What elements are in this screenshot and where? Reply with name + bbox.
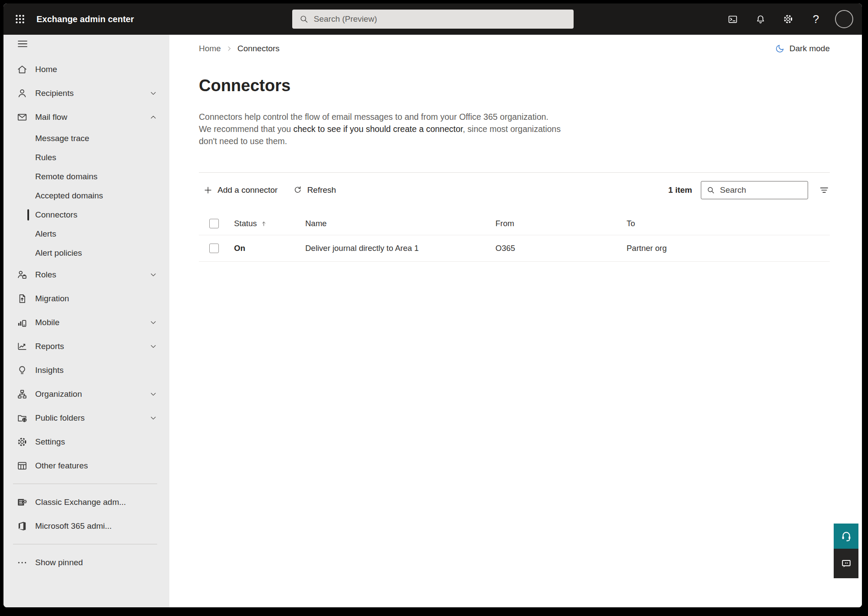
sidebar-item-classic-exchange-admin[interactable]: Classic Exchange adm... — [3, 490, 169, 514]
filter-icon — [818, 184, 830, 196]
list-search-input[interactable] — [720, 185, 802, 195]
sidebar-item-home[interactable]: Home — [3, 57, 169, 81]
breadcrumb-current: Connectors — [238, 44, 280, 53]
sidebar-item-alerts[interactable]: Alerts — [3, 224, 169, 244]
table-header-row: Status Name From To — [199, 212, 830, 235]
exchange-logo-icon — [17, 497, 28, 508]
sidebar-item-settings[interactable]: Settings — [3, 430, 169, 454]
connectors-table: Status Name From To On — [199, 212, 830, 262]
column-header-to[interactable]: To — [627, 219, 830, 228]
plus-icon — [203, 185, 213, 195]
sidebar-item-message-trace[interactable]: Message trace — [3, 129, 169, 148]
sidebar-item-mail-flow[interactable]: Mail flow — [3, 105, 169, 129]
sidebar-item-recipients[interactable]: Recipients — [3, 81, 169, 105]
dark-mode-label: Dark mode — [789, 44, 830, 53]
help-button[interactable]: ? — [805, 9, 826, 30]
sidebar-item-show-pinned[interactable]: Show pinned — [3, 550, 169, 574]
microsoft-365-logo-icon — [17, 520, 28, 532]
cell-status: On — [234, 244, 305, 253]
description-link[interactable]: check to see if you should create a conn… — [294, 124, 463, 134]
sidebar-item-alert-policies[interactable]: Alert policies — [3, 244, 169, 263]
sidebar-item-rules[interactable]: Rules — [3, 148, 169, 167]
settings-button[interactable] — [778, 9, 799, 30]
sidebar-nav: Home Recipients — [3, 57, 169, 574]
chevron-up-icon — [149, 113, 157, 121]
bell-icon — [755, 14, 766, 25]
refresh-icon — [293, 185, 302, 194]
chevron-right-icon — [226, 46, 232, 52]
filter-button[interactable] — [818, 184, 830, 196]
ellipsis-icon — [17, 557, 28, 568]
headset-icon — [840, 530, 852, 542]
terminal-button[interactable] — [722, 9, 743, 30]
chevron-down-icon — [149, 271, 157, 279]
dark-mode-toggle[interactable]: Dark mode — [775, 43, 830, 54]
help-icon: ? — [813, 13, 819, 26]
org-chart-icon — [17, 389, 28, 400]
topbar: Exchange admin center — [3, 3, 862, 35]
line-chart-icon — [17, 341, 28, 352]
waffle-icon — [14, 13, 26, 25]
list-search[interactable] — [701, 181, 808, 199]
support-button[interactable] — [834, 524, 858, 549]
sidebar-item-other-features[interactable]: Other features — [3, 454, 169, 478]
item-count: 1 item — [668, 185, 692, 195]
sidebar-item-microsoft-365-admin[interactable]: Microsoft 365 admi... — [3, 514, 169, 538]
sidebar: Home Recipients — [3, 35, 169, 607]
roles-icon — [17, 269, 28, 280]
global-search[interactable] — [292, 10, 574, 29]
notifications-button[interactable] — [750, 9, 771, 30]
table-row[interactable]: On Deliver journal directly to Area 1 O3… — [199, 235, 830, 262]
avatar[interactable] — [835, 10, 853, 28]
page-description: Connectors help control the flow of emai… — [199, 111, 563, 147]
sidebar-item-remote-domains[interactable]: Remote domains — [3, 167, 169, 186]
app-launcher-button[interactable] — [10, 9, 30, 30]
exchange-admin-window: Exchange admin center — [3, 3, 862, 607]
sidebar-item-public-folders[interactable]: Public folders — [3, 406, 169, 430]
chevron-down-icon — [149, 343, 157, 350]
cell-name[interactable]: Deliver journal directly to Area 1 — [305, 244, 495, 253]
chevron-down-icon — [149, 319, 157, 326]
chevron-down-icon — [149, 390, 157, 398]
sort-ascending-icon — [261, 221, 267, 227]
sidebar-item-organization[interactable]: Organization — [3, 382, 169, 406]
sidebar-item-roles[interactable]: Roles — [3, 263, 169, 287]
home-icon — [17, 64, 28, 75]
migration-icon — [17, 293, 28, 304]
chevron-down-icon — [149, 414, 157, 422]
sidebar-item-connectors[interactable]: Connectors — [3, 205, 169, 224]
main-content: Home Connectors Dark mode Connectors — [169, 35, 862, 607]
terminal-icon — [727, 14, 738, 25]
envelope-icon — [17, 112, 28, 123]
column-header-from[interactable]: From — [495, 219, 627, 228]
toolbar-right: 1 item — [668, 181, 830, 199]
global-search-input[interactable] — [314, 14, 567, 24]
collapse-nav-button[interactable] — [17, 37, 30, 50]
column-header-name[interactable]: Name — [305, 219, 495, 228]
breadcrumb-home-link[interactable]: Home — [199, 44, 221, 53]
sidebar-item-accepted-domains[interactable]: Accepted domains — [3, 186, 169, 205]
chevron-down-icon — [149, 89, 157, 97]
add-connector-button[interactable]: Add a connector — [199, 182, 282, 198]
sidebar-item-migration[interactable]: Migration — [3, 287, 169, 310]
app-title: Exchange admin center — [36, 14, 134, 24]
person-icon — [17, 88, 28, 99]
sidebar-item-insights[interactable]: Insights — [3, 358, 169, 382]
topbar-actions: ? — [722, 9, 853, 30]
select-all-checkbox[interactable] — [209, 219, 219, 228]
row-checkbox[interactable] — [209, 244, 219, 253]
lightbulb-icon — [17, 365, 28, 376]
sidebar-item-mobile[interactable]: Mobile — [3, 310, 169, 334]
column-header-status[interactable]: Status — [234, 219, 257, 228]
app-body: Home Recipients — [3, 35, 862, 607]
cell-from: O365 — [495, 244, 627, 253]
refresh-button[interactable]: Refresh — [289, 182, 340, 198]
mobile-icon — [17, 317, 28, 328]
sidebar-item-reports[interactable]: Reports — [3, 334, 169, 358]
page-title: Connectors — [199, 76, 830, 95]
breadcrumb: Home Connectors — [199, 44, 280, 53]
sidebar-divider — [13, 544, 157, 544]
hamburger-icon — [17, 38, 29, 50]
feedback-button[interactable] — [834, 549, 858, 578]
gear-icon — [17, 436, 28, 448]
